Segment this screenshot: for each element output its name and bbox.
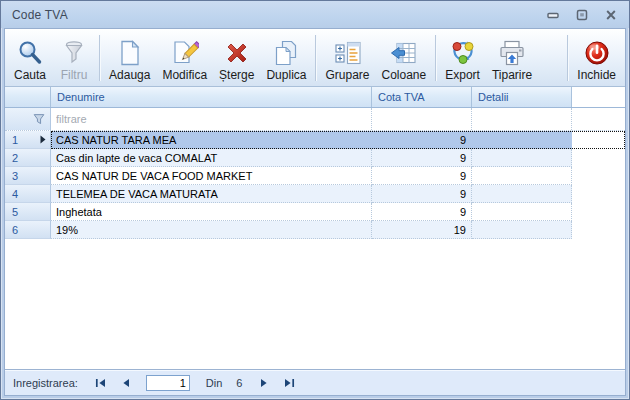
column-header-denumire[interactable]: Denumire [51,87,372,107]
record-number-input[interactable] [146,375,190,391]
row-header[interactable]: 2 [5,149,51,167]
grid-header-filler [572,87,625,107]
coloane-button[interactable]: Coloane [376,31,433,85]
filter-cell-cota[interactable] [372,108,472,130]
toolbar-separator [99,35,100,81]
cell-denumire[interactable]: Cas din lapte de vaca COMALAT [51,149,372,167]
table-row[interactable]: 1 CAS NATUR TARA MEA 9 [5,131,625,149]
cell-cota-tva[interactable]: 9 [372,167,472,185]
filtru-button: Filtru [52,31,96,85]
previous-record-button[interactable] [119,377,133,389]
grid-header-row: Denumire Cota TVA Detalii [5,87,625,108]
row-header[interactable]: 5 [5,203,51,221]
table-row[interactable]: 2 Cas din lapte de vaca COMALAT 9 [5,149,625,167]
funnel-icon [32,112,46,126]
cell-cota-tva[interactable]: 9 [372,185,472,203]
cell-detalii[interactable] [472,149,572,167]
sterge-button[interactable]: Șterge [213,31,260,85]
cell-denumire[interactable]: CAS NATUR TARA MEA [51,131,372,149]
filter-cell-denumire[interactable] [51,108,372,130]
cell-cota-tva[interactable]: 19 [372,221,472,239]
table-row[interactable]: 6 19% 19 [5,221,625,239]
grid-corner-header [5,87,51,107]
toolbar-separator [435,35,436,81]
window-content: Cauta Filtru Adauga [4,28,626,396]
minimize-button[interactable] [545,8,561,21]
current-row-arrow-icon [40,135,46,144]
tiparire-button[interactable]: Tiparire [486,31,538,85]
maximize-button[interactable] [574,8,590,21]
cell-detalii[interactable] [472,185,572,203]
first-record-icon [95,378,106,388]
filter-input[interactable] [51,108,371,130]
table-row[interactable]: 4 TELEMEA DE VACA MATURATA 9 [5,185,625,203]
grupare-button[interactable]: Grupare [319,31,375,85]
column-header-detalii[interactable]: Detalii [472,87,572,107]
cauta-button[interactable]: Cauta [8,31,52,85]
cell-denumire[interactable]: TELEMEA DE VACA MATURATA [51,185,372,203]
filter-row-header [5,108,51,130]
minimize-icon [546,9,560,21]
row-number: 2 [12,152,46,164]
record-label: Inregistrarea: [13,377,78,389]
next-record-icon [260,378,268,388]
table-row[interactable]: 3 CAS NATUR DE VACA FOOD MARKET 9 [5,167,625,185]
filtru-label: Filtru [61,68,88,82]
record-navigator: Din 6 [94,375,297,391]
of-label: Din [206,377,223,389]
table-row[interactable]: 5 Inghetata 9 [5,203,625,221]
export-button[interactable]: Export [439,31,486,85]
inchide-label: Inchide [577,68,616,82]
cell-detalii[interactable] [472,167,572,185]
cell-cota-tva[interactable]: 9 [372,131,472,149]
inchide-button[interactable]: Inchide [571,31,622,85]
title-bar: Code TVA [1,1,629,28]
row-number: 5 [12,206,46,218]
cauta-label: Cauta [14,68,46,82]
printer-icon [498,39,526,67]
grupare-label: Grupare [325,68,369,82]
column-header-cota-tva[interactable]: Cota TVA [372,87,472,107]
toolbar-separator [567,35,568,81]
close-button[interactable] [603,8,619,21]
tiparire-label: Tiparire [492,68,532,82]
filter-icon [60,39,88,67]
maximize-icon [575,9,589,21]
row-header[interactable]: 4 [5,185,51,203]
toolbar-spacer [538,31,564,85]
app-window: Code TVA Cauta [0,0,630,400]
filter-cell-detalii[interactable] [472,108,572,130]
delete-x-icon [223,39,251,67]
cell-cota-tva[interactable]: 9 [372,203,472,221]
first-record-button[interactable] [94,377,108,389]
filter-row [5,108,625,131]
cell-detalii[interactable] [472,221,572,239]
row-header[interactable]: 6 [5,221,51,239]
coloane-label: Coloane [382,68,427,82]
cell-denumire[interactable]: Inghetata [51,203,372,221]
toolbar-separator [315,35,316,81]
last-record-button[interactable] [282,377,296,389]
window-title: Code TVA [12,8,545,22]
duplicate-pages-icon [272,39,300,67]
cell-detalii[interactable] [472,131,572,149]
duplica-button[interactable]: Duplica [260,31,312,85]
grouping-icon [334,39,362,67]
adauga-label: Adauga [109,68,150,82]
status-bar: Inregistrarea: Din 6 [5,369,625,395]
row-header[interactable]: 1 [5,131,51,149]
cell-denumire[interactable]: 19% [51,221,372,239]
next-record-button[interactable] [257,377,271,389]
cell-denumire[interactable]: CAS NATUR DE VACA FOOD MARKET [51,167,372,185]
cell-detalii[interactable] [472,203,572,221]
previous-record-icon [122,378,130,388]
adauga-button[interactable]: Adauga [103,31,156,85]
close-icon [604,9,618,21]
row-header[interactable]: 3 [5,167,51,185]
modifica-button[interactable]: Modifica [156,31,213,85]
cell-cota-tva[interactable]: 9 [372,149,472,167]
modifica-label: Modifica [162,68,207,82]
toolbar: Cauta Filtru Adauga [5,29,625,87]
data-grid: Denumire Cota TVA Detalii 1 [5,87,625,369]
row-number: 1 [12,134,40,146]
